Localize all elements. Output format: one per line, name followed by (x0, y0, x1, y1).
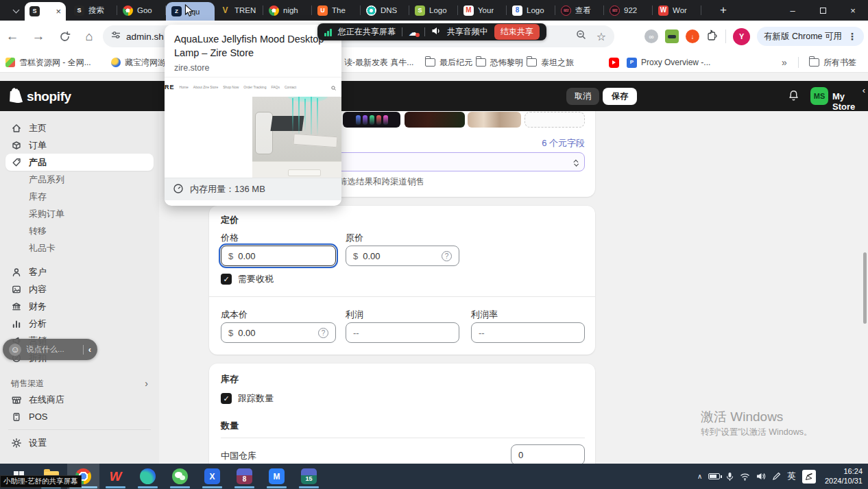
bookmark-star-icon[interactable]: ☆ (596, 30, 606, 43)
bookmarks-overflow-button[interactable]: » (782, 52, 787, 73)
collapse-chevron-icon[interactable]: ‹ (863, 85, 865, 95)
forward-button[interactable]: → (30, 28, 47, 45)
sidebar-item-purchase-orders[interactable]: 采购订单 (0, 205, 159, 222)
taskbar-clock[interactable]: 16:242024/10/31 (825, 467, 863, 486)
sidebar-item-content[interactable]: 内容 (0, 281, 159, 298)
margin-input[interactable]: -- (471, 322, 585, 343)
chevron-right-icon[interactable]: › (145, 378, 148, 389)
taskbar-wps[interactable]: W (99, 464, 132, 489)
sidebar-item-analytics[interactable]: 分析 (0, 315, 159, 332)
taskbar-calendar-8[interactable]: 8 (228, 464, 261, 489)
wifi-icon[interactable] (740, 473, 750, 481)
url-text[interactable]: admin.sh (126, 32, 164, 42)
bookmark-folder-last-epoch[interactable]: 最后纪元 (425, 52, 472, 73)
sidebar-item-transfers[interactable]: 转移 (0, 222, 159, 239)
sunglasses-extension-icon[interactable] (665, 29, 679, 43)
sidebar-item-pos[interactable]: POS (0, 408, 159, 425)
scrollbar-thumb[interactable] (863, 252, 867, 324)
profile-avatar[interactable]: Y (733, 28, 750, 45)
tab-logo-2[interactable]: 8Logo (507, 0, 555, 21)
taskbar-wechat[interactable] (164, 464, 196, 489)
home-button[interactable]: ⌂ (81, 28, 97, 45)
zoom-out-icon[interactable] (576, 29, 587, 43)
bookmark-youtube[interactable] (609, 52, 619, 73)
tray-expand-icon[interactable]: ∧ (697, 473, 702, 480)
quantity-input[interactable]: 0 (511, 444, 585, 465)
sidebar-item-home[interactable]: 主页 (0, 119, 159, 136)
sidebar-item-finances[interactable]: 财务 (0, 298, 159, 315)
shopify-logo[interactable]: shopify (10, 88, 71, 106)
charge-tax-checkbox[interactable]: ✓需要收税 (221, 273, 274, 285)
active-tab[interactable]: S × (25, 2, 66, 21)
close-tab-icon[interactable]: × (56, 7, 61, 16)
tab-the[interactable]: UThe (312, 0, 361, 21)
taskbar-x-app[interactable]: X (196, 464, 228, 489)
price-input[interactable]: $0.00 (221, 246, 336, 266)
ink-workspace-icon[interactable] (802, 470, 816, 484)
back-button[interactable]: ← (4, 28, 21, 45)
tab-search-page[interactable]: S搜索 (69, 0, 117, 21)
taskbar-teal-app[interactable] (132, 464, 164, 489)
collapse-chevron-icon[interactable]: ‹ (88, 344, 91, 355)
sidebar-item-collections[interactable]: 产品系列 (0, 171, 159, 188)
ime-language-indicator[interactable]: 英 (787, 470, 796, 482)
store-avatar[interactable]: MS (810, 87, 828, 105)
bookmark-folder-grim-dawn[interactable]: 恐怖黎明 (476, 52, 523, 73)
tab-logo-1[interactable]: SLogo (409, 0, 458, 21)
save-button[interactable]: 保存 (603, 88, 637, 105)
bookmark-proxy-overview[interactable]: PProxy Overview -... (627, 52, 710, 73)
sidebar-item-customers[interactable]: 客户 (0, 263, 159, 281)
pen-icon[interactable] (772, 472, 781, 481)
minimize-button[interactable]: – (777, 0, 808, 21)
battery-icon[interactable] (708, 473, 720, 479)
reload-button[interactable] (56, 28, 73, 45)
chrome-update-chip[interactable]: 有新版 Chrome 可用⋮ (757, 27, 864, 46)
volume-icon[interactable] (756, 472, 766, 481)
media-upload-placeholder[interactable] (525, 112, 585, 128)
sidebar-item-products-selected[interactable]: 产品 (5, 154, 154, 171)
all-bookmarks-button[interactable]: 所有书签 (809, 52, 856, 73)
bookmark-xuegao[interactable]: 雪糕资源网 - 全网... (5, 52, 91, 73)
maximize-button[interactable] (808, 0, 838, 21)
help-icon[interactable]: ? (442, 251, 452, 261)
new-tab-button[interactable]: + (714, 2, 732, 19)
tab-search-button[interactable] (8, 5, 23, 17)
link-extension-icon[interactable]: ∞ (644, 29, 658, 43)
tab-google[interactable]: Goo (117, 0, 166, 21)
extensions-puzzle-icon[interactable] (706, 29, 719, 44)
taskbar-meeting-app[interactable]: M (261, 464, 293, 489)
site-settings-icon[interactable] (111, 30, 121, 43)
product-thumbnail[interactable] (343, 112, 400, 128)
tab-gmail[interactable]: MYour (458, 0, 507, 21)
bookmark-folder-titan-quest[interactable]: 泰坦之旅 (527, 52, 574, 73)
cloud-icon[interactable]: ☁ (409, 27, 418, 37)
notification-bell-icon[interactable] (787, 89, 800, 105)
taskbar-calendar-15[interactable]: 15 (293, 464, 325, 489)
metafields-link[interactable]: 6 个元字段 (542, 137, 585, 150)
bookmark-latest[interactable]: 读-最新发表 真牛... (344, 52, 413, 73)
help-icon[interactable]: ? (318, 328, 328, 338)
tab-dns[interactable]: DNS (361, 0, 409, 21)
track-quantity-checkbox[interactable]: ✓跟踪数量 (221, 392, 274, 405)
sidebar-item-gift-cards[interactable]: 礼品卡 (0, 239, 159, 257)
menu-dots-icon[interactable]: ⋮ (847, 31, 857, 42)
product-thumbnail[interactable] (405, 112, 465, 128)
sidebar-item-inventory[interactable]: 库存 (0, 188, 159, 205)
cloud-download-extension-icon[interactable]: ↓ (686, 29, 699, 43)
bookmark-cangbaowan[interactable]: 藏宝湾网游... (111, 52, 173, 73)
microphone-icon[interactable] (726, 472, 734, 481)
sidebar-item-settings[interactable]: 设置 (0, 434, 159, 451)
compare-price-input[interactable]: $0.00? (346, 246, 459, 266)
tab-trendsi[interactable]: VTREN (215, 0, 263, 21)
cost-input[interactable]: $0.00? (221, 322, 336, 343)
tab-night[interactable]: nigh (263, 0, 312, 21)
checkbox-checked-icon[interactable]: ✓ (221, 393, 232, 404)
tab-word[interactable]: WWor (653, 0, 701, 21)
tab-922-view[interactable]: 922查看 (555, 0, 604, 21)
sidebar-item-online-store[interactable]: 在线商店 (0, 391, 159, 408)
product-thumbnail[interactable] (468, 112, 521, 128)
share-chat-widget[interactable]: ☺ 说点什么... ‹ (3, 339, 97, 360)
chat-input[interactable]: 说点什么... (26, 344, 78, 355)
cancel-button[interactable]: 取消 (566, 88, 599, 105)
tab-922[interactable]: 922922 (604, 0, 653, 21)
